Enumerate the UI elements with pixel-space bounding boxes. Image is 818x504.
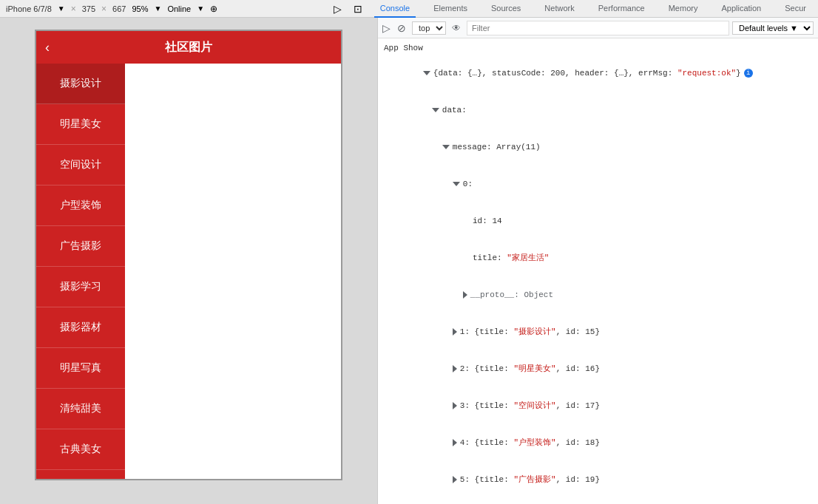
- phone-frame: ‹ 社区图片 摄影设计 明星美女 空间设计 户型装饰 广告摄影 摄影学习 摄影器…: [35, 30, 342, 480]
- content-area: [125, 64, 341, 479]
- console-line-obj[interactable]: {data: {…}, statusCode: 200, header: {…}…: [378, 55, 818, 92]
- context-select[interactable]: top: [412, 21, 446, 35]
- sidebar-item-5[interactable]: 摄影学习: [36, 267, 125, 307]
- console-toolbar: ▷ ⊘ top 👁 Default levels ▼: [378, 18, 818, 38]
- tab-security[interactable]: Secur: [779, 0, 812, 18]
- devtools-icon-2[interactable]: ⊡: [354, 3, 362, 15]
- console-line-data[interactable]: data:: [378, 92, 818, 129]
- console-output: App Show {data: {…}, statusCode: 200, he…: [378, 38, 818, 504]
- tab-network[interactable]: Network: [538, 0, 580, 18]
- clear-icon[interactable]: ⊘: [397, 22, 409, 34]
- console-line-1[interactable]: 1: {title: "摄影设计", id: 15}: [378, 313, 818, 350]
- network-value[interactable]: Online: [167, 4, 191, 13]
- sidebar-item-2[interactable]: 空间设计: [36, 145, 125, 185]
- device-name-label: iPhone 6/7/8: [6, 4, 52, 13]
- tab-console[interactable]: Console: [374, 0, 416, 18]
- app-header: ‹ 社区图片: [36, 31, 341, 64]
- console-line-appshow1: App Show: [378, 41, 818, 55]
- device-chevron-icon[interactable]: ▼: [58, 4, 65, 13]
- bookmark-icon[interactable]: ⊕: [210, 4, 217, 14]
- sidebar-item-0[interactable]: 摄影设计: [36, 64, 125, 104]
- width-value: 375: [82, 4, 95, 13]
- sidebar: 摄影设计 明星美女 空间设计 户型装饰 广告摄影 摄影学习 摄影器材 明星写真 …: [36, 64, 125, 479]
- app-body: 摄影设计 明星美女 空间设计 户型装饰 广告摄影 摄影学习 摄影器材 明星写真 …: [36, 64, 341, 479]
- console-line-3[interactable]: 3: {title: "空间设计", id: 17}: [378, 387, 818, 424]
- console-line-4[interactable]: 4: {title: "户型装饰", id: 18}: [378, 424, 818, 461]
- tab-sources[interactable]: Sources: [485, 0, 527, 18]
- console-line-5[interactable]: 5: {title: "广告摄影", id: 19}: [378, 461, 818, 498]
- execute-icon[interactable]: ▷: [382, 22, 394, 34]
- back-button[interactable]: ‹: [45, 40, 50, 55]
- tab-application[interactable]: Application: [715, 0, 767, 18]
- console-line-proto0[interactable]: __proto__: Object: [378, 276, 818, 313]
- main-area: ‹ 社区图片 摄影设计 明星美女 空间设计 户型装饰 广告摄影 摄影学习 摄影器…: [0, 18, 818, 504]
- tab-performance[interactable]: Performance: [592, 0, 651, 18]
- sidebar-item-4[interactable]: 广告摄影: [36, 226, 125, 267]
- network-chevron[interactable]: ▼: [197, 4, 204, 13]
- eye-icon[interactable]: 👁: [449, 21, 464, 35]
- console-line-6[interactable]: 6: {title: "摄影学习", id: 20}: [378, 498, 818, 504]
- tab-elements[interactable]: Elements: [427, 0, 473, 18]
- level-select[interactable]: Default levels ▼: [732, 21, 814, 35]
- console-line-title-home: title: "家居生活": [378, 239, 818, 276]
- dimension-x: ×: [101, 4, 107, 14]
- console-line-message[interactable]: message: Array(11): [378, 129, 818, 166]
- simulator-panel: ‹ 社区图片 摄影设计 明星美女 空间设计 户型装饰 广告摄影 摄影学习 摄影器…: [0, 18, 377, 504]
- devtools-panel: ▷ ⊘ top 👁 Default levels ▼ App Show {dat…: [377, 18, 818, 504]
- filter-input[interactable]: [467, 21, 729, 35]
- console-line-0[interactable]: 0:: [378, 166, 818, 202]
- console-line-id14: id: 14: [378, 202, 818, 239]
- app-title: 社区图片: [165, 40, 212, 55]
- zoom-value[interactable]: 95%: [132, 4, 148, 13]
- sidebar-item-1[interactable]: 明星美女: [36, 104, 125, 145]
- height-value: 667: [112, 4, 126, 13]
- sidebar-item-7[interactable]: 明星写真: [36, 348, 125, 389]
- console-line-2[interactable]: 2: {title: "明星美女", id: 16}: [378, 350, 818, 387]
- sidebar-item-8[interactable]: 清纯甜美: [36, 389, 125, 429]
- sidebar-item-3[interactable]: 户型装饰: [36, 185, 125, 226]
- tab-memory[interactable]: Memory: [663, 0, 704, 18]
- zoom-chevron[interactable]: ▼: [154, 4, 161, 13]
- devtools-icon-1[interactable]: ▷: [334, 3, 342, 15]
- devtools-tabs-bar: ▷ ⊡ Console Elements Sources Network Per…: [334, 0, 812, 18]
- top-toolbar: iPhone 6/7/8 ▼ × 375 × 667 95% ▼ Online …: [0, 0, 818, 18]
- sidebar-item-6[interactable]: 摄影器材: [36, 307, 125, 348]
- sidebar-item-9[interactable]: 古典美女: [36, 429, 125, 470]
- dimension-separator: ×: [71, 4, 76, 14]
